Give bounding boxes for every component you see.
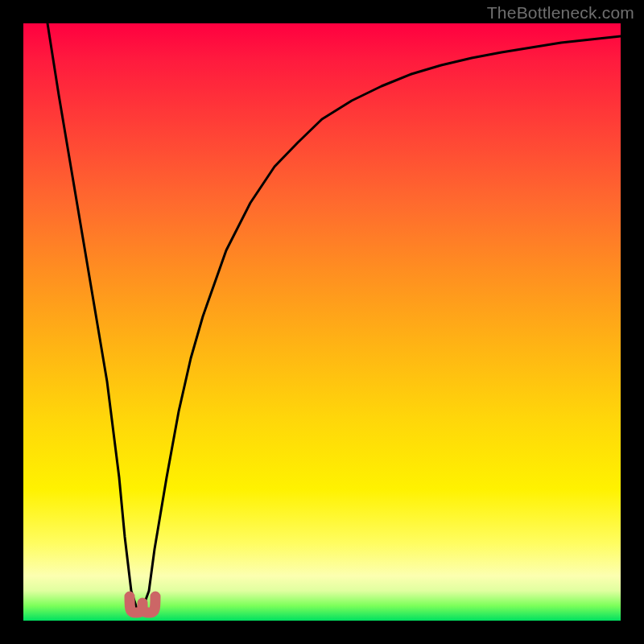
bottleneck-curve — [47, 23, 621, 609]
watermark-text: TheBottleneck.com — [487, 3, 634, 23]
min-marker — [130, 597, 155, 613]
chart-frame: TheBottleneck.com — [0, 0, 644, 644]
plot-area — [23, 23, 621, 621]
curve-layer — [23, 23, 621, 621]
